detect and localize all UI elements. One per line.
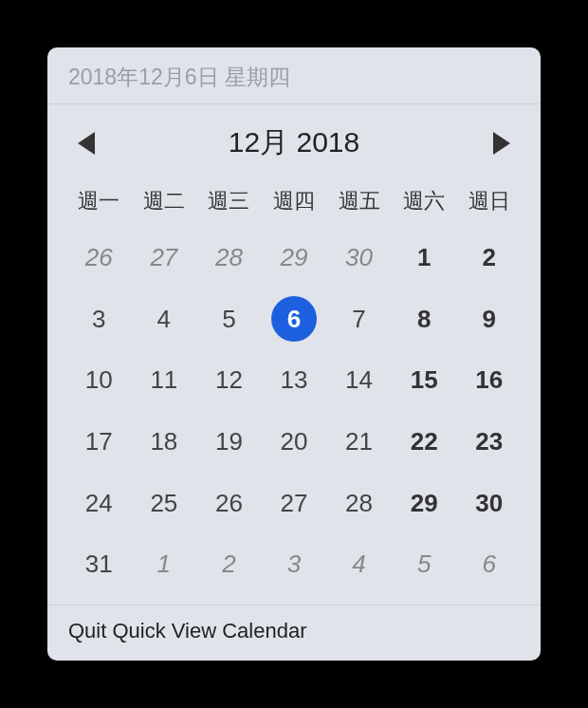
day-number: 29 <box>281 243 308 272</box>
day-number: 30 <box>345 243 373 272</box>
dow-label: 週五 <box>326 179 392 227</box>
day-number: 29 <box>411 489 438 518</box>
day-number: 25 <box>150 489 177 518</box>
day-number: 24 <box>85 489 113 518</box>
calendar-grid: 週一 週二 週三 週四 週五 週六 週日 2627282930123456789… <box>47 172 541 605</box>
day-cell[interactable]: 5 <box>196 289 262 350</box>
day-number: 22 <box>411 427 438 456</box>
day-number: 10 <box>85 365 113 395</box>
month-nav: 12月 2018 <box>47 104 541 172</box>
day-cell[interactable]: 26 <box>196 473 262 534</box>
day-number: 31 <box>85 550 113 579</box>
day-number: 20 <box>281 427 308 456</box>
day-number: 26 <box>85 243 113 272</box>
day-cell[interactable]: 18 <box>132 411 197 473</box>
day-number: 4 <box>352 550 365 579</box>
day-number: 1 <box>417 243 431 272</box>
month-title: 12月 2018 <box>229 123 359 162</box>
dow-label: 週三 <box>196 179 262 227</box>
day-cell[interactable]: 23 <box>456 411 522 473</box>
day-cell[interactable]: 26 <box>66 227 132 289</box>
day-number: 27 <box>150 243 177 272</box>
day-cell[interactable]: 4 <box>326 533 392 595</box>
day-cell[interactable]: 6 <box>456 533 522 595</box>
dow-label: 週四 <box>262 179 327 227</box>
day-cell[interactable]: 21 <box>326 411 392 473</box>
day-number: 5 <box>222 305 235 334</box>
day-cell[interactable]: 30 <box>456 473 522 534</box>
day-number: 28 <box>345 489 373 518</box>
day-cell[interactable]: 2 <box>196 533 262 595</box>
day-number: 9 <box>482 305 495 334</box>
day-cell[interactable]: 25 <box>132 473 197 534</box>
quit-button[interactable]: Quit Quick View Calendar <box>47 605 541 661</box>
day-cell[interactable]: 6 <box>262 289 327 350</box>
day-cell[interactable]: 9 <box>456 289 522 350</box>
day-cell[interactable]: 28 <box>326 473 392 534</box>
day-number: 3 <box>92 305 105 334</box>
day-number: 8 <box>417 305 431 334</box>
day-number: 13 <box>281 365 308 395</box>
dow-label: 週日 <box>456 179 522 227</box>
day-cell[interactable]: 16 <box>456 349 522 411</box>
day-number: 2 <box>222 550 235 579</box>
day-number: 28 <box>215 243 243 272</box>
day-cell[interactable]: 29 <box>262 227 327 289</box>
day-cell[interactable]: 29 <box>392 473 457 534</box>
day-number: 14 <box>345 365 373 395</box>
day-number: 2 <box>482 243 495 272</box>
day-number: 12 <box>215 365 243 395</box>
day-cell[interactable]: 1 <box>392 227 457 289</box>
dow-label: 週二 <box>132 179 197 227</box>
day-cell[interactable]: 1 <box>132 533 197 595</box>
day-cell[interactable]: 3 <box>262 533 327 595</box>
day-number: 16 <box>475 365 503 395</box>
day-number: 15 <box>411 365 438 395</box>
day-number: 4 <box>157 305 171 334</box>
day-number: 11 <box>150 365 177 395</box>
day-number: 26 <box>215 489 243 518</box>
day-cell[interactable]: 3 <box>66 289 132 350</box>
day-cell[interactable]: 10 <box>66 349 132 411</box>
day-cell[interactable]: 11 <box>132 349 197 411</box>
day-cell[interactable]: 17 <box>66 411 132 473</box>
day-number: 6 <box>482 550 495 579</box>
day-cell[interactable]: 14 <box>326 349 392 411</box>
day-cell[interactable]: 5 <box>392 533 457 595</box>
calendar-panel: 2018年12月6日 星期四 12月 2018 週一 週二 週三 週四 週五 週… <box>47 47 541 661</box>
day-cell[interactable]: 27 <box>262 473 327 534</box>
day-cell[interactable]: 2 <box>456 227 522 289</box>
day-cell[interactable]: 12 <box>196 349 262 411</box>
dow-label: 週六 <box>392 179 457 227</box>
day-cell[interactable]: 28 <box>196 227 262 289</box>
day-cell[interactable]: 19 <box>196 411 262 473</box>
day-cell[interactable]: 4 <box>132 289 197 350</box>
day-number: 17 <box>85 427 113 456</box>
day-cell[interactable]: 13 <box>262 349 327 411</box>
next-month-icon[interactable] <box>493 132 510 155</box>
day-cell[interactable]: 8 <box>392 289 457 350</box>
day-number: 27 <box>281 489 308 518</box>
day-cell[interactable]: 27 <box>132 227 197 289</box>
prev-month-icon[interactable] <box>78 132 95 155</box>
day-number: 7 <box>352 305 365 334</box>
day-cell[interactable]: 20 <box>262 411 327 473</box>
day-number: 30 <box>475 489 503 518</box>
day-cell[interactable]: 31 <box>66 533 132 595</box>
day-number: 23 <box>475 427 503 456</box>
day-cell[interactable]: 30 <box>326 227 392 289</box>
day-number: 6 <box>287 305 301 334</box>
day-number: 21 <box>345 427 373 456</box>
day-number: 18 <box>150 427 177 456</box>
day-number: 1 <box>157 550 171 579</box>
day-cell[interactable]: 7 <box>326 289 392 350</box>
day-cell[interactable]: 15 <box>392 349 457 411</box>
day-number: 5 <box>417 550 431 579</box>
day-number: 3 <box>287 550 301 579</box>
day-cell[interactable]: 22 <box>392 411 457 473</box>
day-number: 19 <box>215 427 243 456</box>
day-cell[interactable]: 24 <box>66 473 132 534</box>
header-date: 2018年12月6日 星期四 <box>47 47 541 104</box>
dow-label: 週一 <box>66 179 132 227</box>
